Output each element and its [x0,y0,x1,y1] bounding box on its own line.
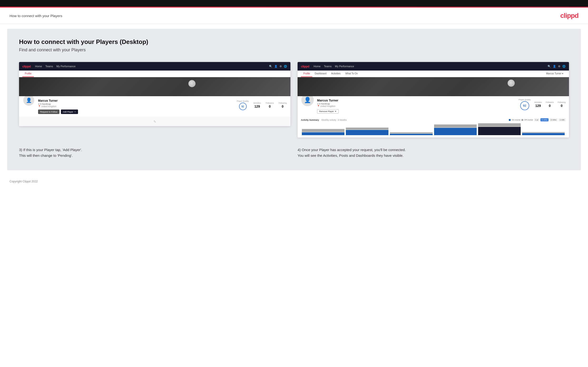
main-content: How to connect with your Players (Deskto… [7,29,581,170]
left-stats-row: Player Quality 92 Activities 129 Followe… [237,99,287,110]
right-stat-playerquality: Player Quality 92 [519,99,531,110]
activity-summary: Activity Summary Monthly Activity · 6 Mo… [298,116,569,138]
captions-row: 3) If this is your Player tap, 'Add Play… [19,147,569,158]
main-subheading: Find and connect with your Players [19,48,569,52]
right-profile-info: Marcus Turner 1-5 Handicap 📍 United King… [317,99,516,114]
scroll-icon: ✎ [153,120,156,124]
activity-filters: On course Off course 1 yr 6 mths 3 mths … [509,118,566,121]
golf-ball-left [188,80,196,87]
remove-player-button[interactable]: Remove Player ✕ [317,109,339,114]
right-nav-links: Home Teams My Performance [313,65,543,68]
bar-offcourse-6 [522,132,565,133]
tab-profile-right[interactable]: Profile [301,71,312,77]
left-scroll-indicator: ✎ [19,117,290,126]
filter-1yr-button[interactable]: 1 yr [534,118,539,121]
screenshot-right: clippd Home Teams My Performance 🔍 👤 ⚙ 🌐 [298,62,569,138]
right-nav-myperformance[interactable]: My Performance [335,65,354,68]
tab-dashboard-right[interactable]: Dashboard [312,71,329,77]
right-tabs: Profile Dashboard Activities What To On … [298,71,569,77]
bar-oncourse-2 [346,130,389,135]
globe-icon[interactable]: 🌐 [284,65,287,68]
right-profile-location: 📍 United Kingdom [317,105,516,107]
left-stat-following: Following 0 [278,102,287,108]
right-user-dropdown[interactable]: Marcus Turner ▾ [544,71,566,77]
tab-activities-right[interactable]: Activities [329,71,343,77]
filter-3mths-button[interactable]: 3 mths [549,118,558,121]
copyright-text: Copyright Clippd 2022 [9,180,38,183]
right-profile-icon[interactable]: 👤 [553,65,556,68]
left-nav-links: Home Teams My Performance [35,65,265,68]
request-follow-button[interactable]: Request to Follow [38,109,60,114]
page-title: How to connect with your Players [9,14,62,18]
right-search-icon[interactable]: 🔍 [548,65,551,68]
right-nav-home[interactable]: Home [313,65,320,68]
bar-offcourse-5 [478,123,521,127]
offcourse-legend-dot [521,119,523,121]
golf-ball-right [508,80,515,87]
left-nav-myperformance[interactable]: My Performance [56,65,76,68]
left-profile-buttons: Request to Follow Add Player ＋ [38,109,233,114]
oncourse-legend-label: On course [512,119,520,121]
caption-left: 3) If this is your Player tap, 'Add Play… [19,147,290,158]
settings-icon[interactable]: ⚙ [279,65,282,68]
left-nav-logo: clippd [22,65,31,68]
right-nav-teams[interactable]: Teams [324,65,332,68]
activity-summary-title: Activity Summary [301,119,319,121]
left-profile-info: Marcus Turner 1-5 Handicap 📍 United King… [38,99,233,114]
left-profile-handicap: 1-5 Handicap [38,103,233,105]
right-nav: clippd Home Teams My Performance 🔍 👤 ⚙ 🌐 [298,62,569,71]
bar-oncourse-4 [434,128,477,135]
bar-group-1 [302,123,345,135]
left-tabs: Profile [19,71,290,77]
screenshot-left-col: clippd Home Teams My Performance 🔍 👤 ⚙ 🌐 [19,62,290,138]
bar-group-6 [522,123,565,135]
bar-group-2 [346,123,389,135]
right-stat-activities: Activities 129 [534,101,542,108]
bar-oncourse-5 [478,127,521,135]
search-icon[interactable]: 🔍 [269,65,272,68]
header: How to connect with your Players clippd [0,8,588,24]
bar-chart [301,123,566,135]
activity-summary-subtitle: Monthly Activity · 6 Months [321,119,347,121]
clippd-logo: clippd [560,12,579,19]
oncourse-legend-dot [509,119,511,121]
bar-group-5 [478,123,521,135]
right-globe-icon[interactable]: 🌐 [562,65,566,68]
right-settings-icon[interactable]: ⚙ [558,65,560,68]
bar-offcourse-3 [390,132,432,133]
tab-profile-left[interactable]: Profile [22,71,34,77]
tab-whattoon-right[interactable]: What To On [343,71,360,77]
right-location-pin-icon: 📍 [317,105,320,107]
main-heading: How to connect with your Players (Deskto… [19,38,569,46]
left-nav: clippd Home Teams My Performance 🔍 👤 ⚙ 🌐 [19,62,290,71]
right-stat-followers: Followers 0 [546,101,554,108]
profile-icon[interactable]: 👤 [274,65,277,68]
filter-6mths-button[interactable]: 6 mths [540,118,548,121]
bar-offcourse-2 [346,128,389,130]
right-profile-handicap: 1-5 Handicap [317,103,516,105]
left-nav-icons: 🔍 👤 ⚙ 🌐 [269,65,287,68]
left-nav-teams[interactable]: Teams [45,65,53,68]
top-bar [0,0,588,7]
add-player-button[interactable]: Add Player ＋ [61,109,78,114]
right-quality-circle: 92 [520,101,529,110]
screenshot-left: clippd Home Teams My Performance 🔍 👤 ⚙ 🌐 [19,62,290,126]
caption-left-col: 3) If this is your Player tap, 'Add Play… [19,147,290,158]
left-quality-circle: 92 [239,103,247,110]
right-stats-row: Player Quality 92 Activities 129 Followe… [519,99,566,110]
location-pin-icon: 📍 [38,105,41,108]
caption-right-col: 4) Once your Player has accepted your re… [298,147,569,158]
left-nav-home[interactable]: Home [35,65,42,68]
left-profile-section: 👤 Marcus Turner 1-5 Handicap 📍 United Ki… [19,96,290,117]
screenshot-right-col: clippd Home Teams My Performance 🔍 👤 ⚙ 🌐 [298,62,569,138]
bar-offcourse-1 [302,129,345,132]
left-profile-name: Marcus Turner [38,99,233,102]
right-profile-actions: Remove Player ✕ [317,109,516,114]
right-nav-logo: clippd [301,65,309,68]
screenshots-row: clippd Home Teams My Performance 🔍 👤 ⚙ 🌐 [19,62,569,138]
right-profile-top: 👤 Marcus Turner 1-5 Handicap 📍 United Ki… [301,99,566,114]
left-stat-playerquality: Player Quality 92 [237,100,249,110]
filter-1mth-button[interactable]: 1 mth [559,118,566,121]
right-golf-banner [298,77,569,96]
bar-group-3 [390,123,432,135]
